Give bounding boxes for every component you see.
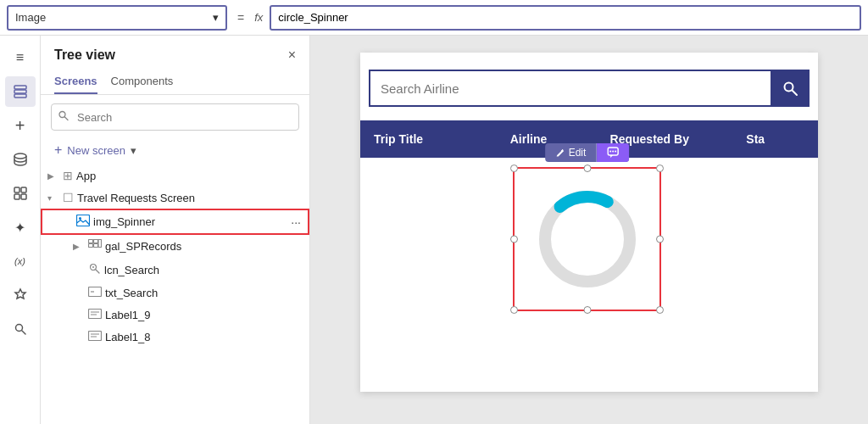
- main-area: ≡ + ✦ (x) Tree view × Screens: [0, 36, 868, 424]
- lcn-search-label: lcn_Search: [104, 264, 303, 276]
- search-input[interactable]: [51, 103, 299, 131]
- new-screen-label: New screen: [67, 144, 125, 157]
- svg-point-21: [92, 266, 94, 268]
- spinner-element[interactable]: Edit: [513, 167, 661, 311]
- svg-rect-4: [14, 187, 19, 192]
- handle-tc[interactable]: [583, 165, 591, 172]
- label1-8-label: Label1_8: [105, 331, 303, 343]
- svg-rect-22: [89, 287, 102, 297]
- tree-item-img-spinner[interactable]: img_Spinner ···: [41, 209, 309, 235]
- tree-title: Tree view: [54, 47, 115, 63]
- label-icon: [88, 330, 102, 343]
- svg-rect-24: [89, 310, 102, 319]
- svg-point-34: [609, 151, 611, 153]
- svg-point-3: [14, 153, 26, 159]
- tree-item-travel-screen[interactable]: ▾ ☐ Travel Requests Screen: [41, 187, 309, 209]
- tree-header: Tree view ×: [41, 36, 309, 63]
- tree-item-label1-8[interactable]: Label1_8: [41, 326, 309, 348]
- more-options-icon[interactable]: ···: [291, 215, 301, 229]
- hamburger-icon[interactable]: ≡: [5, 42, 36, 73]
- edit-button[interactable]: Edit: [545, 143, 598, 162]
- layers-icon[interactable]: [5, 76, 36, 107]
- app-canvas: Trip Title Airline Requested By Sta Edit: [360, 53, 818, 392]
- variable-icon[interactable]: (x): [5, 246, 36, 276]
- search-airline-button[interactable]: [771, 70, 810, 107]
- handle-bc[interactable]: [583, 306, 591, 314]
- col-trip-title: Trip Title: [360, 132, 497, 146]
- svg-point-35: [612, 151, 614, 153]
- col-status: Sta: [732, 132, 818, 146]
- travel-screen-label: Travel Requests Screen: [77, 192, 303, 204]
- insert-icon[interactable]: +: [5, 110, 36, 141]
- edit-toolbar: Edit: [545, 143, 630, 162]
- property-selector[interactable]: Image ▾: [7, 5, 227, 31]
- canvas-search-bar: [369, 70, 810, 107]
- fx-label: fx: [254, 11, 263, 24]
- formula-bar: Image ▾ = fx circle_Spinner: [0, 0, 868, 36]
- components-icon[interactable]: [5, 178, 36, 209]
- svg-line-20: [96, 270, 99, 273]
- svg-rect-15: [94, 240, 98, 243]
- search-bottom-icon[interactable]: [5, 314, 36, 344]
- tab-components[interactable]: Components: [111, 70, 174, 94]
- svg-rect-27: [89, 332, 102, 341]
- svg-rect-7: [21, 194, 26, 199]
- tree-item-gal-sprecords[interactable]: ▶ gal_SPRecords: [41, 235, 309, 258]
- svg-rect-5: [21, 187, 26, 192]
- tree-item-lcn-search[interactable]: lcn_Search: [41, 258, 309, 282]
- formula-input[interactable]: circle_Spinner: [270, 5, 861, 31]
- app-label: App: [76, 170, 303, 182]
- textbox-icon: [88, 286, 102, 299]
- handle-tr[interactable]: [656, 165, 664, 172]
- svg-line-9: [22, 331, 25, 334]
- selection-handles: [510, 165, 664, 314]
- expand-icon: ▾: [47, 193, 59, 203]
- svg-line-11: [65, 117, 69, 120]
- handle-ml[interactable]: [510, 236, 518, 243]
- svg-rect-0: [14, 86, 26, 89]
- handle-mr[interactable]: [656, 236, 664, 243]
- svg-point-13: [79, 217, 81, 220]
- svg-rect-12: [77, 215, 90, 226]
- new-screen-button[interactable]: + New screen ▾: [41, 139, 309, 165]
- tree-item-app[interactable]: ▶ ⊞ App: [41, 165, 309, 187]
- search-icon: [58, 110, 70, 125]
- svg-rect-1: [14, 90, 26, 93]
- svg-rect-16: [89, 244, 93, 248]
- expand-icon: ▶: [47, 171, 59, 181]
- app-icon: ⊞: [63, 169, 73, 182]
- handle-tl[interactable]: [510, 165, 518, 172]
- svg-rect-6: [14, 194, 19, 199]
- tree-tabs: Screens Components: [41, 63, 309, 95]
- screen-icon: ☐: [63, 191, 74, 204]
- tree-panel: Tree view × Screens Components + New scr…: [41, 36, 310, 424]
- gallery-icon: [88, 239, 102, 254]
- svg-point-8: [15, 325, 22, 332]
- plugin-icon[interactable]: [5, 280, 36, 310]
- handle-bl[interactable]: [510, 306, 518, 314]
- close-icon[interactable]: ×: [288, 47, 296, 63]
- sparkle-icon[interactable]: ✦: [5, 212, 36, 243]
- icon-element-icon: [88, 262, 101, 277]
- svg-rect-17: [94, 244, 98, 248]
- svg-rect-14: [89, 240, 93, 243]
- data-icon[interactable]: [5, 144, 36, 175]
- txt-search-label: txt_Search: [105, 287, 303, 299]
- equals-sign: =: [234, 11, 248, 25]
- svg-line-31: [793, 91, 797, 95]
- chevron-down-icon: ▾: [213, 11, 219, 24]
- img-spinner-label: img_Spinner: [93, 215, 287, 228]
- formula-value: circle_Spinner: [278, 11, 348, 24]
- handle-br[interactable]: [656, 306, 664, 314]
- tree-item-label1-9[interactable]: Label1_9: [41, 304, 309, 326]
- svg-point-10: [59, 112, 65, 118]
- tree-content: ▶ ⊞ App ▾ ☐ Travel Requests Screen img_S…: [41, 165, 309, 424]
- tree-item-txt-search[interactable]: txt_Search: [41, 282, 309, 304]
- gal-sprecords-label: gal_SPRecords: [105, 240, 303, 253]
- image-icon: [76, 215, 90, 229]
- tree-search: [51, 103, 299, 131]
- search-airline-input[interactable]: [369, 70, 771, 107]
- tab-screens[interactable]: Screens: [54, 70, 97, 94]
- label1-9-label: Label1_9: [105, 309, 303, 321]
- comment-button[interactable]: [597, 143, 629, 162]
